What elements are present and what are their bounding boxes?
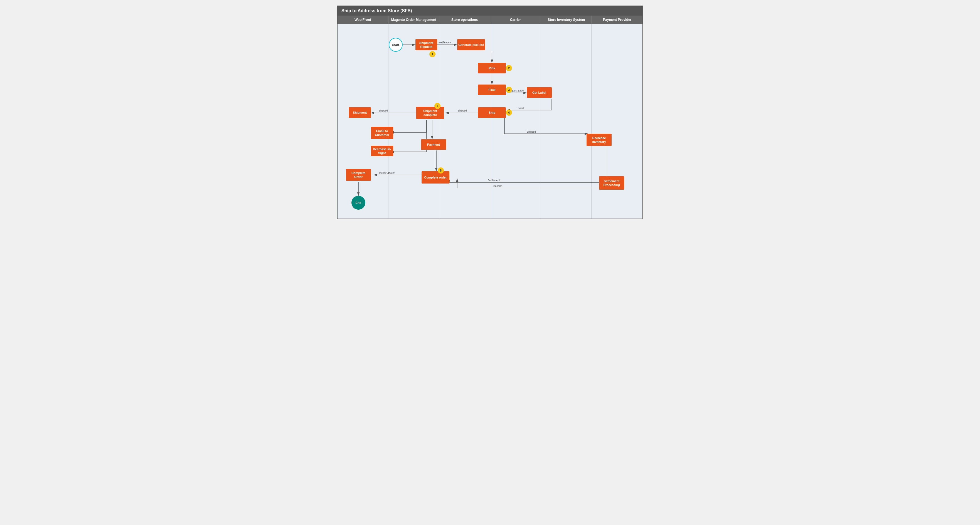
email-to-customer-box: Email to Customer <box>371 127 393 139</box>
lane-inventory <box>541 24 592 219</box>
lane-store-ops <box>439 24 490 219</box>
diagram-title: Ship to Address from Store (SFS) <box>337 6 643 16</box>
shipment-box: Shipment <box>348 107 371 118</box>
badge-4: 4 <box>506 109 512 116</box>
badge-3: 3 <box>506 87 512 93</box>
complete-order-web-box: Complete Order <box>346 169 371 181</box>
badge-2: 2 <box>506 65 512 71</box>
lanes-body: Notification Request Label Label Shipped… <box>337 24 643 219</box>
settlement-processing-box: Settlement Processing <box>599 176 624 190</box>
lane-webfront <box>337 24 388 219</box>
generate-pick-list-box: Generate pick list <box>457 39 485 50</box>
get-label-box: Get Label <box>527 87 552 98</box>
shipment-request-box: Shipment Request <box>415 39 437 50</box>
lane-header-carrier: Carrier <box>490 16 541 24</box>
lane-header-webfront: Web Front <box>337 16 388 24</box>
pack-box: Pack <box>478 84 506 95</box>
lane-header-payment: Payment Provider <box>592 16 643 24</box>
badge-8: 8 <box>438 167 444 173</box>
complete-order-box: Complete order <box>422 171 449 184</box>
badge-1: 1 <box>430 51 436 57</box>
lane-carrier <box>490 24 541 219</box>
shipment-complete-box: Shipment complete <box>416 107 444 119</box>
end-node: End <box>352 196 365 210</box>
lane-header-store-ops: Store operations <box>439 16 490 24</box>
badge-7: 7 <box>434 103 441 109</box>
payment-box: Payment <box>421 139 446 150</box>
lanes-header: Web Front Magento Order Management Store… <box>337 16 643 24</box>
decrease-inventory-box: Decrease Inventory <box>587 134 612 146</box>
decrease-inflight-box: Decrease in-flight <box>371 146 393 156</box>
lane-header-inventory: Store Inventory System <box>541 16 592 24</box>
start-node: Start <box>389 38 402 52</box>
ship-box: Ship <box>478 107 506 118</box>
pick-box: Pick <box>478 63 506 73</box>
diagram-container: Ship to Address from Store (SFS) Web Fro… <box>337 6 643 219</box>
lane-header-magento: Magento Order Management <box>388 16 439 24</box>
